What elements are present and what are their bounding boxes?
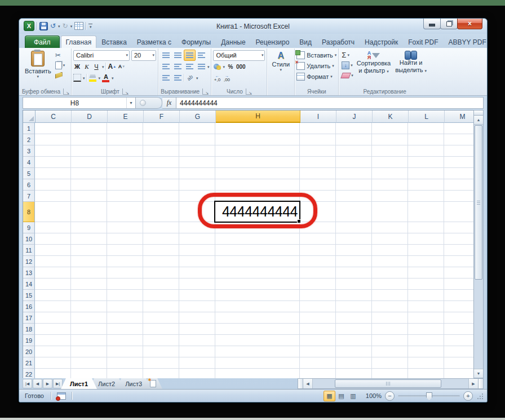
column-header-K[interactable]: K: [373, 110, 409, 123]
cell-F4[interactable]: [143, 157, 179, 168]
cell-H9[interactable]: [215, 222, 300, 233]
cell-K18[interactable]: [372, 324, 408, 335]
column-header-E[interactable]: E: [108, 110, 144, 123]
cell-J16[interactable]: [336, 301, 372, 312]
cell-D5[interactable]: [71, 168, 107, 179]
cell-H4[interactable]: [215, 157, 300, 168]
cell-L8[interactable]: [408, 202, 444, 222]
cell-D21[interactable]: [71, 357, 107, 369]
bold-button[interactable]: Ж: [73, 63, 81, 71]
align-center-button[interactable]: [172, 61, 184, 72]
insert-cells-button[interactable]: Вставить▾: [296, 50, 336, 60]
column-header-F[interactable]: F: [144, 110, 180, 123]
cell-H15[interactable]: [215, 290, 300, 301]
cell-I14[interactable]: [300, 278, 336, 290]
cell-I20[interactable]: [300, 346, 336, 357]
save-icon[interactable]: [39, 22, 48, 30]
cell-I10[interactable]: [300, 233, 336, 245]
align-left-button[interactable]: [160, 61, 172, 72]
autosum-button[interactable]: Σ▾: [342, 51, 353, 59]
row-header-14[interactable]: 14: [23, 278, 35, 290]
cell-H10[interactable]: [215, 233, 300, 245]
cell-L10[interactable]: [408, 233, 444, 245]
cell-L5[interactable]: [408, 168, 444, 179]
cell-H13[interactable]: [215, 267, 300, 278]
italic-button[interactable]: К: [83, 63, 91, 71]
zoom-out-icon[interactable]: −: [385, 391, 395, 401]
cell-J4[interactable]: [336, 157, 372, 168]
sheet-tab-Лист1[interactable]: Лист1: [61, 378, 97, 389]
cell-I1[interactable]: [300, 123, 336, 134]
cell-E1[interactable]: [107, 123, 143, 134]
zoom-slider[interactable]: [398, 395, 460, 397]
cell-M10[interactable]: [444, 233, 473, 245]
qat-customize-icon[interactable]: ▾: [88, 24, 92, 29]
cell-K10[interactable]: [372, 233, 408, 245]
cell-C19[interactable]: [35, 335, 71, 346]
align-bottom-button[interactable]: [184, 50, 196, 61]
cell-C8[interactable]: [35, 202, 71, 222]
cell-D20[interactable]: [71, 346, 107, 357]
ribbon-tab-Надстройк[interactable]: Надстройк: [360, 36, 403, 48]
cell-H22[interactable]: [215, 369, 300, 378]
row-header-16[interactable]: 16: [23, 301, 35, 312]
row-header-20[interactable]: 20: [23, 346, 35, 357]
wrap-text-button[interactable]: [196, 50, 207, 61]
cell-C6[interactable]: [35, 179, 71, 191]
cell-G8[interactable]: [179, 202, 215, 222]
cell-F14[interactable]: [143, 278, 179, 290]
cell-F7[interactable]: [143, 191, 179, 202]
redo-dropdown-arrow-icon[interactable]: ▾: [70, 24, 73, 28]
cell-J18[interactable]: [336, 324, 372, 335]
cell-L13[interactable]: [408, 267, 444, 278]
cell-E17[interactable]: [107, 312, 143, 324]
row-header-8[interactable]: 8: [23, 202, 35, 222]
normal-view-icon[interactable]: ▦: [324, 391, 335, 401]
cell-F6[interactable]: [143, 179, 179, 191]
number-dialog-launcher-icon[interactable]: ↘: [246, 89, 252, 95]
ribbon-tab-Разработч[interactable]: Разработч: [317, 36, 360, 48]
cell-F5[interactable]: [143, 168, 179, 179]
vertical-scrollbar[interactable]: ▲ ▼: [473, 110, 484, 378]
cell-L14[interactable]: [408, 278, 444, 290]
cell-G15[interactable]: [179, 290, 215, 301]
cell-D15[interactable]: [71, 290, 107, 301]
cell-H17[interactable]: [215, 312, 300, 324]
cell-L16[interactable]: [408, 301, 444, 312]
font-color-button[interactable]: А: [102, 74, 110, 82]
cell-E20[interactable]: [107, 346, 143, 357]
cell-I15[interactable]: [300, 290, 336, 301]
cell-K13[interactable]: [372, 267, 408, 278]
restore-button[interactable]: [440, 19, 458, 29]
cell-L19[interactable]: [408, 335, 444, 346]
comma-style-button[interactable]: 000: [236, 63, 246, 71]
percent-style-button[interactable]: %: [227, 63, 234, 71]
cell-J8[interactable]: [336, 202, 372, 222]
row-header-19[interactable]: 19: [23, 335, 35, 346]
cell-G11[interactable]: [179, 245, 215, 256]
ribbon-tab-Разметка с[interactable]: Разметка с: [132, 36, 176, 48]
clear-button[interactable]: ▾: [342, 71, 353, 79]
cell-G5[interactable]: [179, 168, 215, 179]
clipboard-dialog-launcher-icon[interactable]: ↘: [63, 89, 69, 95]
horizontal-split-handle-right[interactable]: [478, 379, 483, 388]
cell-D6[interactable]: [71, 179, 107, 191]
sheet-first-icon[interactable]: |◀: [23, 379, 32, 388]
cell-E8[interactable]: [107, 202, 143, 222]
cell-C13[interactable]: [35, 267, 71, 278]
resize-grip[interactable]: [476, 392, 484, 400]
cell-G16[interactable]: [179, 301, 215, 312]
cell-E6[interactable]: [107, 179, 143, 191]
row-header-13[interactable]: 13: [23, 267, 35, 278]
cell-D9[interactable]: [71, 222, 107, 233]
borders-button[interactable]: [73, 74, 81, 82]
scroll-right-icon[interactable]: ▶: [468, 379, 478, 388]
cell-K22[interactable]: [372, 369, 408, 378]
cell-K6[interactable]: [372, 179, 408, 191]
cell-G7[interactable]: [179, 191, 215, 202]
cell-M12[interactable]: [444, 256, 473, 267]
ribbon-tab-ABBYY PDF[interactable]: ABBYY PDF: [444, 36, 488, 48]
cell-F1[interactable]: [143, 123, 179, 134]
cell-L18[interactable]: [408, 324, 444, 335]
cell-K20[interactable]: [372, 346, 408, 357]
